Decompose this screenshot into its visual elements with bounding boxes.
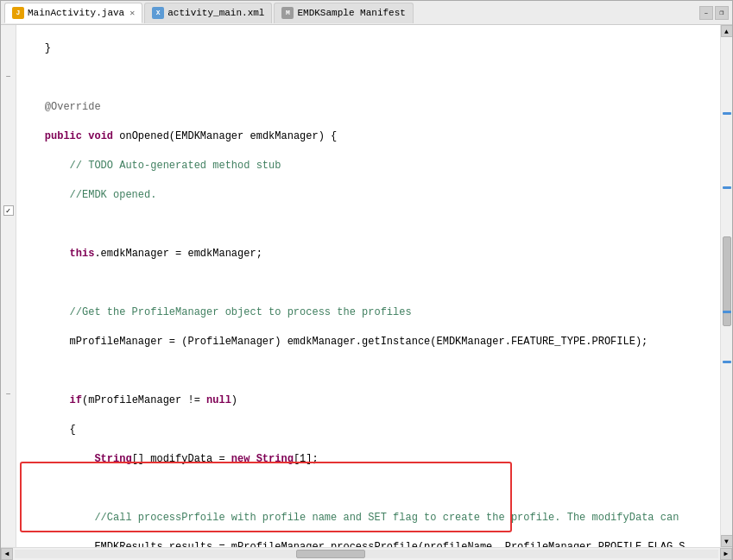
scroll-track[interactable] — [721, 37, 732, 535]
fold-arrow-override[interactable]: – — [5, 71, 11, 81]
scroll-marker-1 — [723, 112, 731, 115]
scroll-marker-3 — [723, 311, 731, 313]
tab-activity-xml[interactable]: X activity_main.xml — [144, 3, 272, 23]
horizontal-scrollbar: ◀ ▶ — [1, 548, 732, 560]
scroll-left-btn[interactable]: ◀ — [1, 548, 13, 560]
hscroll-track[interactable] — [15, 550, 718, 558]
code-text[interactable]: } @Override public void onOpened(EMDKMan… — [16, 25, 720, 547]
scroll-right-btn[interactable]: ▶ — [720, 548, 732, 560]
bookmark-icon[interactable]: ✓ — [3, 205, 14, 216]
code-editor: } @Override public void onOpened(EMDKMan… — [16, 25, 720, 547]
tab-close-mainactivity[interactable]: ✕ — [130, 8, 135, 18]
tab-label-mainactivity: MainActivity.java — [28, 8, 124, 18]
horizontal-scrollbar-bar: ◀ ▶ — [1, 547, 732, 559]
scroll-down-btn[interactable]: ▼ — [721, 535, 733, 547]
tab-label-manifest: EMDKSample Manifest — [297, 8, 405, 18]
scroll-marker-2 — [723, 186, 731, 189]
tab-label-activityxml: activity_main.xml — [167, 8, 264, 18]
window-restore-btn[interactable]: ❐ — [715, 6, 729, 20]
xml-file-icon: X — [152, 7, 164, 19]
tab-manifest[interactable]: M EMDKSample Manifest — [274, 3, 413, 23]
window-minimize-btn[interactable]: – — [699, 6, 713, 20]
scroll-marker-4 — [723, 361, 731, 363]
tab-bar: J MainActivity.java ✕ X activity_main.xm… — [1, 1, 732, 25]
fold-gutter: – ✓ – — [1, 25, 16, 547]
scroll-up-btn[interactable]: ▲ — [721, 25, 733, 37]
main-window: J MainActivity.java ✕ X activity_main.xm… — [0, 0, 733, 560]
java-file-icon: J — [12, 7, 24, 19]
manifest-file-icon: M — [281, 7, 294, 19]
hscroll-thumb[interactable] — [296, 550, 365, 558]
tab-mainactivity[interactable]: J MainActivity.java ✕ — [4, 3, 142, 23]
fold-arrow-private[interactable]: – — [5, 388, 11, 399]
vertical-scrollbar: ▲ ▼ — [720, 25, 732, 547]
editor-area: – ✓ – } @Override public void onOpened(E… — [1, 25, 732, 547]
